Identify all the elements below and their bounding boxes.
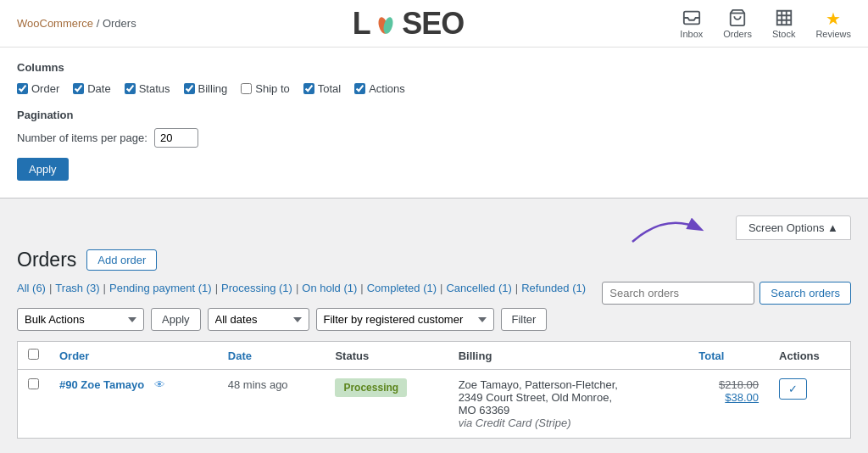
sep2: |: [103, 282, 106, 294]
col-date-checkbox[interactable]: [73, 83, 84, 94]
nav-inbox[interactable]: Inbox: [680, 8, 703, 39]
add-order-button[interactable]: Add order: [86, 249, 157, 271]
col-order-text: Order: [31, 82, 59, 95]
col-order-checkbox[interactable]: [17, 83, 28, 94]
sep5: |: [360, 282, 363, 294]
pagination-row: Number of items per page:: [17, 128, 851, 148]
col-date-text: Date: [87, 82, 110, 95]
search-input[interactable]: [602, 282, 754, 305]
row-date-cell: 48 mins ago: [218, 370, 326, 439]
bulk-apply-button[interactable]: Apply: [151, 308, 201, 331]
search-orders-button[interactable]: Search orders: [760, 282, 851, 305]
col-billing-text: Billing: [198, 82, 228, 95]
header-total-col[interactable]: Total: [688, 342, 769, 370]
sep3: |: [215, 282, 218, 294]
order-link[interactable]: #90 Zoe Tamayo: [59, 378, 144, 391]
col-ship-to-text: Ship to: [255, 82, 289, 95]
table-row: #90 Zoe Tamayo 👁 48 mins ago Processing …: [18, 370, 851, 439]
main-content: Screen Options ▲ Orders Add order Search…: [0, 199, 868, 453]
col-billing-checkbox[interactable]: [184, 83, 195, 94]
pagination-heading: Pagination: [17, 109, 851, 121]
filter-cancelled[interactable]: Cancelled (1): [446, 282, 511, 294]
nav-orders-label: Orders: [723, 29, 752, 39]
header-status-col: Status: [325, 342, 448, 370]
row-actions-cell: ✓: [769, 370, 850, 439]
header-order-col[interactable]: Order: [49, 342, 218, 370]
pagination-section: Pagination Number of items per page:: [17, 109, 851, 148]
row-billing-cell: Zoe Tamayo, Patterson-Fletcher, 2349 Cou…: [448, 370, 689, 439]
table-header-row: Order Date Status Billing Total Actions: [18, 342, 851, 370]
page-title-row: Orders Add order: [17, 249, 851, 271]
row-status-cell: Processing: [325, 370, 448, 439]
nav-reviews[interactable]: ★ Reviews: [815, 8, 851, 39]
woocommerce-link[interactable]: WooCommerce: [17, 17, 93, 30]
total-final[interactable]: $38.00: [698, 391, 759, 404]
col-status-checkbox[interactable]: [125, 83, 136, 94]
row-checkbox-cell: [18, 370, 50, 439]
col-total-text: Total: [318, 82, 341, 95]
col-billing-label[interactable]: Billing: [184, 82, 228, 95]
col-ship-to-label[interactable]: Ship to: [241, 82, 289, 95]
sep1: |: [49, 282, 52, 294]
screen-options-apply-button[interactable]: Apply: [17, 158, 69, 181]
filter-processing[interactable]: Processing (1): [221, 282, 292, 294]
columns-heading: Columns: [17, 61, 851, 74]
billing-via: via Credit Card (Stripe): [459, 417, 571, 429]
nav-reviews-label: Reviews: [815, 29, 851, 39]
select-all-checkbox[interactable]: [28, 349, 39, 360]
breadcrumb-current: Orders: [103, 17, 136, 30]
col-order-label[interactable]: Order: [17, 82, 59, 95]
order-eye-icon[interactable]: 👁: [154, 378, 165, 391]
search-row: Search orders: [602, 282, 851, 305]
col-status-text: Status: [139, 82, 170, 95]
orders-icon: [728, 8, 747, 27]
col-actions-label[interactable]: Actions: [354, 82, 405, 95]
filter-search-row: Search orders All (6) | Trash (3) | Pend…: [17, 282, 851, 305]
reviews-star-icon: ★: [826, 8, 841, 29]
billing-address: 2349 Court Street, Old Monroe,: [459, 391, 612, 404]
filter-button[interactable]: Filter: [501, 308, 548, 331]
header-actions-col: Actions: [769, 342, 850, 370]
filter-links: All (6) | Trash (3) | Pending payment (1…: [17, 282, 602, 294]
breadcrumb-separator: /: [97, 17, 103, 30]
filter-all[interactable]: All (6): [17, 282, 46, 294]
nav-orders[interactable]: Orders: [723, 8, 752, 39]
col-status-label[interactable]: Status: [125, 82, 170, 95]
nav-inbox-label: Inbox: [680, 29, 703, 39]
col-total-checkbox[interactable]: [303, 83, 314, 94]
order-complete-button[interactable]: ✓: [779, 378, 807, 400]
filter-completed[interactable]: Completed (1): [367, 282, 437, 294]
nav-stock-label: Stock: [772, 29, 796, 39]
arrow-indicator-icon: [624, 212, 709, 246]
date-filter-select[interactable]: All dates January 2024 February 2024: [208, 308, 309, 331]
header-billing-col: Billing: [448, 342, 689, 370]
col-total-label[interactable]: Total: [303, 82, 341, 95]
breadcrumb: WooCommerce / Orders: [17, 17, 136, 30]
screen-options-row: Screen Options ▲: [17, 215, 851, 240]
billing-name: Zoe Tamayo, Patterson-Fletcher,: [459, 378, 618, 391]
header-checkbox-col: [18, 342, 50, 370]
customer-filter-select[interactable]: Filter by registered customer: [316, 308, 494, 331]
col-ship-to-checkbox[interactable]: [241, 83, 252, 94]
items-per-page-input[interactable]: [154, 128, 198, 148]
bulk-actions-select[interactable]: Bulk Actions Mark processing Mark on-hol…: [17, 308, 144, 331]
top-bar: WooCommerce / Orders L SEO Inbox: [0, 0, 868, 48]
header-date-col[interactable]: Date: [218, 342, 326, 370]
row-order-cell: #90 Zoe Tamayo 👁: [49, 370, 218, 439]
screen-options-toggle-button[interactable]: Screen Options ▲: [736, 215, 851, 240]
filter-on-hold[interactable]: On hold (1): [302, 282, 357, 294]
row-checkbox[interactable]: [28, 378, 39, 389]
nav-stock[interactable]: Stock: [772, 8, 796, 39]
actions-row: Bulk Actions Mark processing Mark on-hol…: [17, 305, 851, 331]
filter-trash[interactable]: Trash (3): [55, 282, 99, 294]
col-actions-checkbox[interactable]: [354, 83, 365, 94]
logo-leaf-icon: [378, 14, 393, 37]
col-date-label[interactable]: Date: [73, 82, 110, 95]
sep4: |: [296, 282, 298, 294]
filter-pending[interactable]: Pending payment (1): [109, 282, 212, 294]
total-original: $218.00: [698, 378, 759, 391]
filter-refunded[interactable]: Refunded (1): [521, 282, 586, 294]
pagination-label: Number of items per page:: [17, 131, 147, 144]
page-title: Orders: [17, 249, 76, 271]
columns-row: Order Date Status Billing Ship to Total …: [17, 82, 851, 95]
